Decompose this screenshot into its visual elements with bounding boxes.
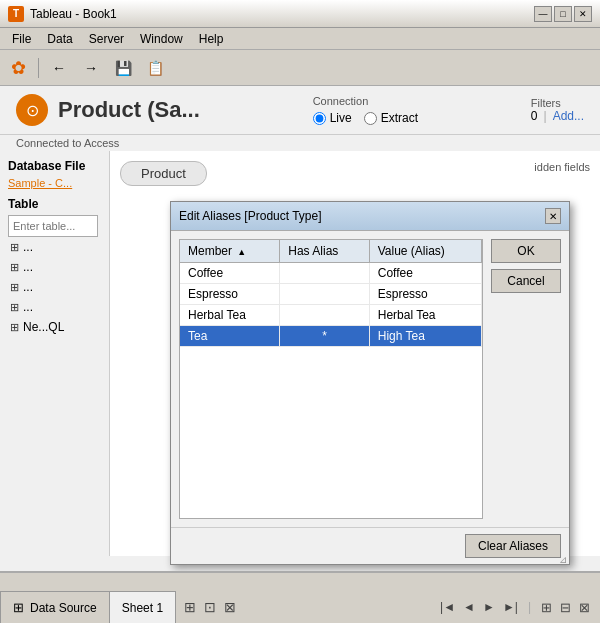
clear-aliases-button[interactable]: Clear Aliases: [465, 534, 561, 558]
has-alias-cell: *: [280, 326, 369, 347]
table-row[interactable]: Tea * High Tea: [180, 326, 482, 347]
back-button[interactable]: ←: [45, 54, 73, 82]
filters-area: Filters 0 | Add...: [531, 97, 584, 123]
filters-row: 0 | Add...: [531, 109, 584, 123]
minimize-button[interactable]: —: [534, 6, 552, 22]
nav-first-button[interactable]: |◄: [438, 598, 457, 616]
tab-action-icons: ⊞ ⊡ ⊠: [176, 591, 244, 623]
table-icon-4: ⊞: [10, 301, 19, 314]
menu-help[interactable]: Help: [191, 30, 232, 48]
table-icon-1: ⊞: [10, 241, 19, 254]
table-row[interactable]: Coffee Coffee: [180, 263, 482, 284]
member-cell: Espresso: [180, 284, 280, 305]
menu-file[interactable]: File: [4, 30, 39, 48]
table-list-item[interactable]: ⊞ ...: [8, 257, 101, 277]
value-alias-column-header[interactable]: Value (Alias): [369, 240, 481, 263]
neql-item[interactable]: ⊞ Ne...QL: [8, 317, 101, 337]
new-sheet-icon[interactable]: ⊞: [184, 599, 196, 615]
table-icon-3: ⊞: [10, 281, 19, 294]
table-search-input[interactable]: [8, 215, 98, 237]
nav-next-button[interactable]: ►: [481, 598, 497, 616]
has-alias-column-header[interactable]: Has Alias: [280, 240, 369, 263]
toolbar: ✿ ← → 💾 📋: [0, 50, 600, 86]
tab-sheet1[interactable]: Sheet 1: [110, 591, 176, 623]
datasource-tab-icon: ⊞: [13, 600, 24, 615]
datasource-title: Product (Sa...: [58, 97, 200, 123]
main-content-area: Product idden fields Edit Aliases [Produ…: [110, 151, 600, 556]
save-button[interactable]: 💾: [109, 54, 137, 82]
datasource-name-area: ⊙ Product (Sa...: [16, 94, 200, 126]
value-alias-cell: Coffee: [369, 263, 481, 284]
db-file-link[interactable]: Sample - C...: [8, 177, 101, 189]
value-alias-cell: Herbal Tea: [369, 305, 481, 326]
bottom-bar: ⊞ Data Source Sheet 1 ⊞ ⊡ ⊠ |◄ ◄ ► ►| | …: [0, 571, 600, 623]
menu-bar: File Data Server Window Help: [0, 28, 600, 50]
aliases-table: Member ▲ Has Alias Value (Alias): [180, 240, 482, 347]
connection-radio-group: Live Extract: [313, 111, 418, 125]
product-pill[interactable]: Product: [120, 161, 207, 186]
db-file-label: Database File: [8, 159, 101, 173]
window-controls: — □ ✕: [534, 6, 592, 22]
has-alias-cell: [280, 305, 369, 326]
table-row[interactable]: Herbal Tea Herbal Tea: [180, 305, 482, 326]
extract-radio[interactable]: Extract: [364, 111, 418, 125]
add-filter-link[interactable]: Add...: [553, 109, 584, 123]
sidebar: Database File Sample - C... Table ⊞ ... …: [0, 151, 110, 556]
new-dashboard-icon[interactable]: ⊡: [204, 599, 216, 615]
nav-last-button[interactable]: ►|: [501, 598, 520, 616]
dialog-body: Member ▲ Has Alias Value (Alias): [171, 231, 569, 527]
neql-icon: ⊞: [10, 321, 19, 334]
has-alias-cell: [280, 284, 369, 305]
cancel-button[interactable]: Cancel: [491, 269, 561, 293]
hidden-fields-label: idden fields: [534, 161, 590, 173]
view-grid-button[interactable]: ⊞: [539, 598, 554, 617]
title-bar: T Tableau - Book1 — □ ✕: [0, 0, 600, 28]
member-column-header[interactable]: Member ▲: [180, 240, 280, 263]
aliases-table-area: Member ▲ Has Alias Value (Alias): [179, 239, 483, 519]
new-story-icon[interactable]: ⊠: [224, 599, 236, 615]
filters-label: Filters: [531, 97, 561, 109]
view-full-button[interactable]: ⊠: [577, 598, 592, 617]
connected-label: Connected to Access: [0, 135, 600, 151]
ok-button[interactable]: OK: [491, 239, 561, 263]
member-cell: Coffee: [180, 263, 280, 284]
sheet1-tab-label: Sheet 1: [122, 601, 163, 615]
dialog-close-button[interactable]: ✕: [545, 208, 561, 224]
bottom-tabs: ⊞ Data Source Sheet 1 ⊞ ⊡ ⊠: [0, 573, 244, 623]
tableau-logo-btn[interactable]: ✿: [4, 54, 32, 82]
dialog-footer: Clear Aliases: [171, 527, 569, 564]
tab-datasource[interactable]: ⊞ Data Source: [0, 591, 110, 623]
close-button[interactable]: ✕: [574, 6, 592, 22]
dialog-title: Edit Aliases [Product Type]: [179, 209, 322, 223]
resize-handle[interactable]: ⊿: [559, 554, 569, 564]
toolbar-separator: [38, 58, 39, 78]
forward-button[interactable]: →: [77, 54, 105, 82]
table-list-item[interactable]: ⊞ ...: [8, 237, 101, 257]
menu-server[interactable]: Server: [81, 30, 132, 48]
new-datasource-button[interactable]: 📋: [141, 54, 169, 82]
live-radio[interactable]: Live: [313, 111, 352, 125]
connection-area: Connection Live Extract: [313, 95, 418, 125]
dialog-action-buttons: OK Cancel: [491, 239, 561, 519]
table-icon-2: ⊞: [10, 261, 19, 274]
menu-data[interactable]: Data: [39, 30, 80, 48]
value-alias-cell: High Tea: [369, 326, 481, 347]
nav-prev-button[interactable]: ◄: [461, 598, 477, 616]
has-alias-cell: [280, 263, 369, 284]
view-fit-button[interactable]: ⊟: [558, 598, 573, 617]
table-label: Table: [8, 197, 101, 211]
table-row[interactable]: Espresso Espresso: [180, 284, 482, 305]
maximize-button[interactable]: □: [554, 6, 572, 22]
datasource-icon: ⊙: [16, 94, 48, 126]
value-alias-cell: Espresso: [369, 284, 481, 305]
connection-label: Connection: [313, 95, 369, 107]
data-header: ⊙ Product (Sa... Connection Live Extract…: [0, 86, 600, 135]
bottom-right-controls: |◄ ◄ ► ►| | ⊞ ⊟ ⊠: [430, 591, 600, 623]
table-list-item[interactable]: ⊞ ...: [8, 277, 101, 297]
edit-aliases-dialog: Edit Aliases [Product Type] ✕ Member ▲: [170, 201, 570, 565]
menu-window[interactable]: Window: [132, 30, 191, 48]
sort-icon: ▲: [237, 247, 246, 257]
main-area: ⊙ Product (Sa... Connection Live Extract…: [0, 86, 600, 571]
table-list-item[interactable]: ⊞ ...: [8, 297, 101, 317]
datasource-tab-label: Data Source: [30, 601, 97, 615]
